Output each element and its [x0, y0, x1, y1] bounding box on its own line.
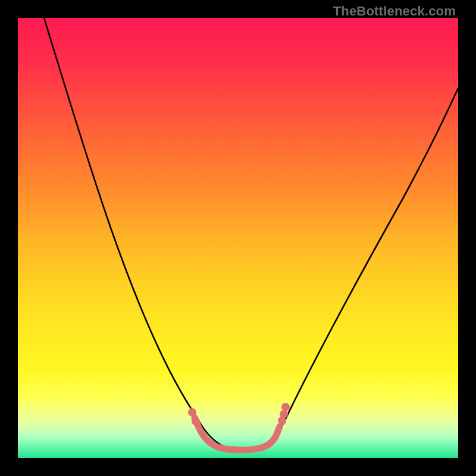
bottleneck-curve: [44, 18, 458, 451]
plot-area: [18, 18, 458, 458]
marker-dot: [281, 403, 290, 411]
outer-frame: TheBottleneck.com: [0, 0, 476, 476]
marker-dot: [280, 410, 288, 418]
watermark-text: TheBottleneck.com: [333, 4, 456, 19]
highlight-markers: [188, 403, 290, 450]
marker-dot: [192, 417, 200, 425]
marker-dot: [188, 408, 196, 416]
chart-svg: [18, 18, 458, 458]
